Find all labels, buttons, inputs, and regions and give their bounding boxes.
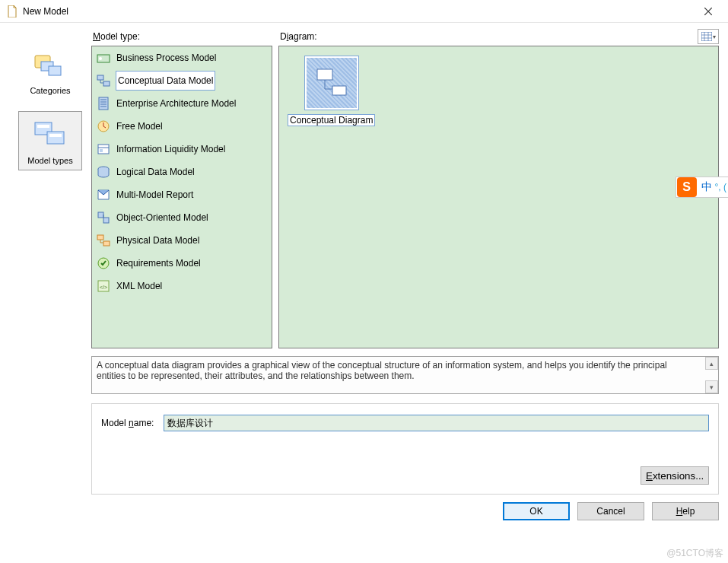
sogou-icon: S (677, 177, 697, 197)
model-type-item[interactable]: Enterprise Architecture Model (92, 92, 272, 115)
pdm-icon (96, 233, 111, 248)
ime-more-icon[interactable]: °, ( (714, 182, 728, 192)
folder-stack-icon (33, 51, 67, 81)
svg-rect-4 (37, 125, 49, 128)
conceptual-diagram-icon (313, 66, 351, 100)
sidebar-model-types[interactable]: Model types (18, 111, 82, 170)
model-type-list[interactable]: Business Process ModelConceptual Data Mo… (91, 46, 272, 348)
svg-rect-5 (47, 132, 64, 144)
oom-icon (96, 210, 111, 225)
window-title: New Model (23, 6, 68, 17)
model-type-item-label: Conceptual Data Model (116, 72, 215, 90)
model-name-input[interactable] (164, 415, 709, 431)
view-options-button[interactable]: ▾ (698, 29, 719, 44)
model-type-item[interactable]: Object-Oriented Model (92, 206, 272, 229)
svg-rect-11 (103, 81, 110, 86)
model-type-item-label: XML Model (116, 277, 162, 295)
model-type-item-label: Information Liquidity Model (116, 140, 225, 158)
model-type-item[interactable]: Logical Data Model (92, 161, 272, 183)
chevron-down-icon: ▾ (713, 33, 716, 40)
svg-rect-12 (99, 97, 108, 110)
svg-rect-6 (49, 134, 62, 137)
svg-rect-17 (98, 212, 103, 218)
model-type-item-label: Multi-Model Report (116, 186, 193, 204)
svg-rect-18 (103, 218, 109, 223)
model-type-item[interactable]: Information Liquidity Model (92, 138, 272, 161)
scroll-down-button[interactable]: ▾ (705, 380, 718, 393)
model-type-item[interactable]: </>XML Model (92, 275, 272, 297)
model-type-item[interactable]: Free Model (92, 115, 272, 138)
model-type-item-label: Requirements Model (116, 254, 201, 272)
description-box: A conceptual data diagram provides a gra… (91, 356, 719, 394)
mmr-icon (96, 187, 111, 202)
svg-rect-25 (332, 86, 346, 95)
svg-rect-24 (317, 69, 332, 80)
svg-rect-7 (701, 32, 712, 41)
model-type-label: Model type: (91, 31, 272, 42)
diagram-item-conceptual[interactable]: Conceptual Diagram (288, 56, 374, 126)
svg-text:</>: </> (100, 285, 107, 290)
req-icon (96, 256, 111, 271)
svg-rect-20 (103, 241, 110, 246)
model-type-item[interactable]: Business Process Model (92, 46, 272, 69)
model-types-icon (32, 119, 68, 151)
watermark: @51CTO博客 (666, 547, 723, 560)
ime-lang[interactable]: 中 (700, 180, 714, 194)
cdm-icon (96, 73, 111, 88)
cancel-button[interactable]: Cancel (577, 502, 644, 520)
model-type-item[interactable]: Multi-Model Report (92, 183, 272, 206)
description-text: A conceptual data diagram provides a gra… (97, 360, 714, 381)
diagram-label: Diagram: (272, 31, 698, 42)
close-button[interactable] (693, 3, 723, 20)
model-type-item-label: Business Process Model (116, 49, 216, 67)
diagram-list[interactable]: Conceptual Diagram (278, 46, 719, 348)
model-type-item-label: Logical Data Model (116, 163, 195, 181)
file-icon (6, 5, 18, 17)
ldm-icon (96, 164, 111, 180)
svg-rect-15 (100, 149, 103, 152)
model-type-item[interactable]: Conceptual Data Model (92, 69, 272, 92)
grid-icon (701, 32, 712, 41)
ok-button[interactable]: OK (503, 502, 570, 520)
eam-icon (96, 96, 111, 111)
help-button[interactable]: Help (652, 502, 719, 520)
svg-rect-19 (97, 235, 103, 240)
svg-rect-10 (97, 75, 103, 80)
model-type-item[interactable]: Requirements Model (92, 252, 272, 275)
model-type-item-label: Physical Data Model (116, 231, 199, 250)
scroll-up-button[interactable]: ▴ (705, 357, 718, 370)
free-icon (96, 119, 111, 134)
ime-floater[interactable]: S 中 °, ( (676, 177, 728, 198)
sidebar-model-types-label: Model types (27, 156, 72, 165)
diagram-thumbnail (304, 56, 359, 110)
model-type-item-label: Object-Oriented Model (116, 208, 208, 227)
xml-icon: </> (96, 278, 111, 294)
sidebar-categories[interactable]: Categories (18, 43, 82, 100)
svg-point-9 (99, 57, 102, 60)
svg-rect-2 (49, 66, 61, 75)
model-type-item[interactable]: Physical Data Model (92, 229, 272, 252)
model-type-item-label: Enterprise Architecture Model (116, 94, 236, 113)
model-name-label: Model name: (101, 418, 164, 428)
diagram-item-label: Conceptual Diagram (288, 115, 374, 126)
model-type-item-label: Free Model (116, 117, 163, 135)
extensions-button[interactable]: Extensions... (641, 466, 709, 485)
ilm-icon (96, 142, 111, 157)
sidebar-categories-label: Categories (30, 86, 70, 95)
bpm-icon (96, 50, 111, 65)
